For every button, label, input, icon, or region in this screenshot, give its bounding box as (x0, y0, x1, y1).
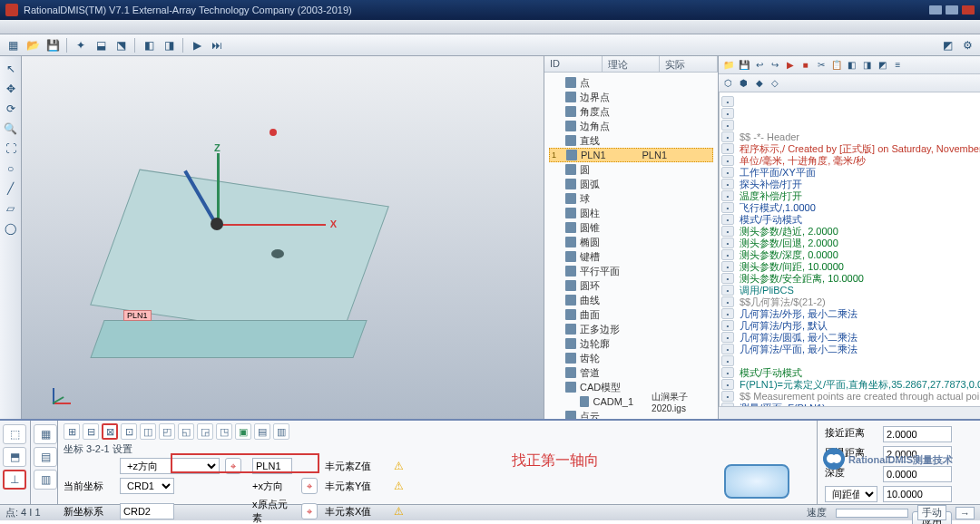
ct-stop[interactable]: ■ (799, 58, 812, 72)
tab-a1[interactable]: ⬚ (3, 424, 26, 444)
tool-probe3[interactable]: ⬔ (112, 36, 130, 54)
ct-copy[interactable]: 📋 (829, 58, 843, 72)
tree-item[interactable]: 点 (549, 75, 713, 90)
tool-probe1[interactable]: ✦ (72, 36, 90, 54)
tool-run[interactable]: ▶ (188, 36, 206, 54)
z-feat[interactable] (252, 458, 292, 474)
ct-k2[interactable]: ↪ (768, 58, 781, 72)
lt-probe[interactable]: ○ (2, 160, 20, 178)
ct-b1[interactable]: ◧ (845, 58, 858, 72)
tool-new[interactable]: ▦ (4, 36, 22, 54)
tree-item[interactable]: 边角点 (549, 119, 713, 133)
tool-probe2[interactable]: ⬓ (92, 36, 110, 54)
tree-item[interactable]: 键槽 (549, 249, 713, 264)
tree-item[interactable]: 1PLN1PLN1 (549, 148, 713, 162)
tab-csys[interactable]: ⊥ (3, 470, 26, 490)
sb-1[interactable]: ⊞ (64, 423, 80, 440)
tree-item[interactable]: 边轮廓 (549, 336, 713, 351)
ct-b4[interactable]: ≡ (891, 58, 905, 72)
pick-origin[interactable]: ⌖ (301, 503, 318, 519)
ct-c1[interactable]: ⬡ (721, 76, 735, 90)
lt-zoom[interactable]: 🔍 (2, 120, 20, 138)
ct-c3[interactable]: ◆ (752, 76, 766, 90)
ct-run[interactable]: ▶ (783, 58, 797, 72)
tree-item[interactable]: 正多边形 (549, 322, 713, 336)
tree-item[interactable]: 圆弧 (549, 177, 713, 191)
ct-save[interactable]: 💾 (737, 58, 750, 72)
sb-9[interactable]: ◳ (216, 423, 232, 440)
lt-pan[interactable]: ✥ (2, 80, 20, 98)
tool-cfg[interactable]: ⚙ (958, 36, 976, 54)
tree-item[interactable]: 圆 (549, 162, 713, 177)
tool-view1[interactable]: ◧ (140, 36, 158, 54)
tree-item[interactable]: 齿轮 (549, 351, 713, 365)
sb-11[interactable]: ▤ (254, 423, 270, 440)
min-button[interactable] (929, 5, 942, 15)
tool-view2[interactable]: ◨ (160, 36, 178, 54)
ct-b2[interactable]: ◨ (860, 58, 874, 72)
pick-z[interactable]: ⌖ (225, 458, 241, 474)
code-body[interactable]: ••••••••••••••••••••••••••••••• $$ -*- H… (719, 92, 980, 406)
ct-k1[interactable]: ↩ (752, 58, 766, 72)
tree-item[interactable]: 曲线 (549, 293, 713, 307)
tree-item[interactable]: 角度点 (549, 104, 713, 119)
curr-crd-select[interactable]: CRD1 (120, 478, 174, 494)
tree-item[interactable]: CADM_1山涧果子2020.igs (549, 394, 713, 409)
lbl-my: 丰元素Y值 (325, 480, 388, 493)
spacing-mode[interactable]: 间距值 (825, 486, 877, 502)
max-button[interactable] (946, 5, 958, 15)
close-button[interactable] (962, 5, 975, 15)
sb-5[interactable]: ◫ (140, 423, 156, 440)
tool-report[interactable]: ◩ (938, 36, 956, 54)
3d-viewport[interactable]: PLN1 (22, 56, 544, 419)
tool-save[interactable]: 💾 (44, 36, 62, 54)
lt-circle[interactable]: ◯ (2, 219, 20, 238)
tree-item[interactable]: 球 (549, 191, 713, 206)
sb-3[interactable]: ⊠ (102, 423, 118, 440)
lt-cursor[interactable]: ↖ (2, 60, 20, 78)
tree-item[interactable]: 圆锥 (549, 220, 713, 235)
tool-open[interactable]: 📂 (24, 36, 42, 54)
new-crd-input[interactable] (120, 503, 174, 519)
ct-folder[interactable]: 📁 (721, 58, 735, 72)
tree-item[interactable]: 边界点 (549, 90, 713, 104)
tree-item[interactable]: 平行平面 (549, 264, 713, 278)
sb-7[interactable]: ◱ (178, 423, 194, 440)
pick-x[interactable]: ⌖ (301, 478, 318, 494)
tab-b3[interactable]: ▥ (34, 470, 57, 490)
wechat-icon (823, 448, 845, 470)
h-scrollbar[interactable] (719, 406, 980, 419)
ct-cut[interactable]: ✂ (814, 58, 828, 72)
sb-2[interactable]: ⊟ (83, 423, 99, 440)
lt-rotate[interactable]: ⟳ (2, 100, 20, 118)
approach-dist[interactable] (883, 426, 952, 442)
tree-item[interactable]: 点云 (549, 409, 713, 419)
lt-fit[interactable]: ⛶ (2, 140, 20, 158)
sb-4[interactable]: ⊡ (121, 423, 137, 440)
tree-body[interactable]: 点边界点角度点边角点直线1PLN1PLN1圆圆弧球圆柱圆锥椭圆键槽平行平面圆环曲… (544, 73, 718, 419)
tree-item[interactable]: 直线 (549, 133, 713, 148)
speed-slider[interactable] (836, 509, 908, 518)
sb-8[interactable]: ◲ (197, 423, 213, 440)
tab-b2[interactable]: ▤ (34, 447, 57, 467)
settings-title: 坐标 3-2-1 设置 (64, 442, 811, 456)
lbl-mz: 丰元素Z值 (325, 460, 388, 473)
tree-item[interactable]: 圆柱 (549, 206, 713, 220)
sb-10[interactable]: ▣ (235, 423, 251, 440)
sb-6[interactable]: ◰ (159, 423, 175, 440)
tab-b1[interactable]: ▦ (34, 424, 57, 444)
z-dir-select[interactable]: +z方向 (120, 458, 220, 474)
ct-c4[interactable]: ◇ (768, 76, 781, 90)
tree-item[interactable]: 曲面 (549, 307, 713, 322)
sb-12[interactable]: ▥ (273, 423, 289, 440)
spacing-val[interactable] (883, 486, 952, 502)
lt-plane[interactable]: ▱ (2, 199, 20, 218)
tree-item[interactable]: 圆环 (549, 278, 713, 293)
tree-item[interactable]: 管道 (549, 365, 713, 380)
ct-c2[interactable]: ⬢ (737, 76, 750, 90)
tab-a2[interactable]: ⬒ (3, 447, 26, 467)
ct-b3[interactable]: ◩ (876, 58, 889, 72)
lt-line[interactable]: ╱ (2, 180, 20, 198)
tool-step[interactable]: ⏭ (208, 36, 226, 54)
tree-item[interactable]: 椭圆 (549, 235, 713, 249)
